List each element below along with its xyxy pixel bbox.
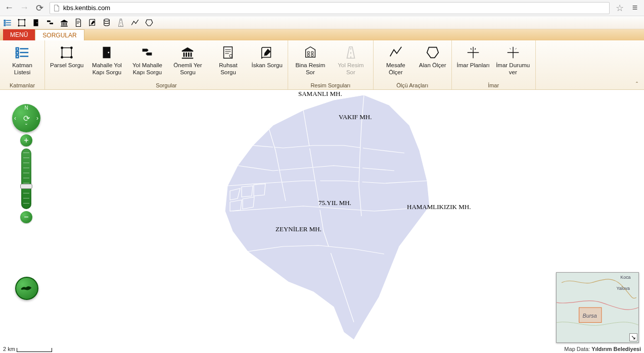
ribbon-group-sorgular: Parsel Sorgu Mahalle Yol Kapı Sorgu Yol … xyxy=(45,40,288,89)
zoom-out-button[interactable]: − xyxy=(20,211,32,223)
ribbon-item-label: Alan Ölçer xyxy=(419,62,446,69)
ribbon-item-label: Mahalle Yol Kapı Sorgu xyxy=(89,62,124,76)
road-photo-icon xyxy=(343,43,358,62)
ribbon-group-label: Resim Sorguları xyxy=(290,81,371,88)
ribbon-item-label: Bina Resim Sor xyxy=(293,62,328,76)
scale-bar: 2 km xyxy=(3,346,52,352)
attribution-source: Yıldırım Belediyesi xyxy=(591,346,641,352)
svg-point-3 xyxy=(18,25,20,26)
svg-point-1 xyxy=(18,19,20,20)
page-icon xyxy=(53,5,60,12)
zoom-slider-track[interactable] xyxy=(21,148,31,209)
ribbon-item-label: İmar Planları xyxy=(457,62,490,69)
overview-map[interactable]: Koca Yalova Bursa ↘ xyxy=(556,272,639,343)
polyline-icon[interactable] xyxy=(129,17,141,28)
svg-point-6 xyxy=(37,22,38,23)
forward-button[interactable]: → xyxy=(17,1,31,15)
ribbon-item-label: Parsel Sorgu xyxy=(50,62,83,69)
katman-listesi-button[interactable]: Katman Listesi xyxy=(2,42,42,81)
signpost-icon[interactable] xyxy=(44,17,56,28)
imar-planlari-button[interactable]: İmar Planları xyxy=(454,42,493,81)
zoom-slider-handle[interactable] xyxy=(20,184,32,189)
ribbon-group-katmanlar: Katman Listesi Katmanlar xyxy=(0,40,45,89)
database-icon[interactable] xyxy=(101,17,112,28)
ribbon-group-imar: İmar Planları İmar Durumu ver İmar xyxy=(452,40,536,89)
quick-access-toolbar xyxy=(0,16,644,29)
back-button[interactable]: ← xyxy=(2,1,16,15)
ribbon-tabs: MENÜ SORGULAR xyxy=(0,29,644,40)
svg-point-7 xyxy=(104,19,110,21)
map-label-zeyniler: ZEYNİLER MH. xyxy=(275,225,321,233)
crosshair-doc-icon xyxy=(505,43,521,62)
address-bar[interactable] xyxy=(50,2,610,14)
tab-sorgular[interactable]: SORGULAR xyxy=(35,29,84,40)
parsel-sorgu-button[interactable]: Parsel Sorgu xyxy=(47,42,86,81)
overview-label: Yalova xyxy=(616,286,630,291)
imar-durumu-button[interactable]: İmar Durumu ver xyxy=(493,42,533,81)
layer-list-icon[interactable] xyxy=(2,17,13,28)
bookmark-star-icon[interactable]: ☆ xyxy=(613,1,627,15)
building-icon xyxy=(303,43,318,62)
measure-area-icon xyxy=(425,43,440,62)
url-input[interactable] xyxy=(63,4,606,12)
mahalle-yol-kapi-button[interactable]: Mahalle Yol Kapı Sorgu xyxy=(86,42,127,81)
crosshair-icon xyxy=(466,43,481,62)
onemli-yer-button[interactable]: Önemli Yer Sorgu xyxy=(167,42,208,81)
svg-point-12 xyxy=(70,56,73,59)
overview-toggle-icon[interactable]: ↘ xyxy=(629,333,637,341)
globe-icon xyxy=(20,284,34,293)
bank-icon[interactable] xyxy=(59,17,70,28)
license-doc-icon xyxy=(220,43,236,62)
door-icon[interactable] xyxy=(30,17,41,28)
alan-olcer-button[interactable]: Alan Ölçer xyxy=(416,42,449,81)
ribbon-item-label: İskan Sorgu xyxy=(251,62,282,69)
iskan-sorgu-button[interactable]: İskan Sorgu xyxy=(248,42,285,81)
ribbon-group-label: Sorgular xyxy=(47,81,286,88)
ribbon-item-label: Katman Listesi xyxy=(5,62,39,76)
reload-button[interactable]: ⟳ xyxy=(32,1,47,15)
bina-resim-button[interactable]: Bina Resim Sor xyxy=(290,42,331,81)
svg-rect-0 xyxy=(19,20,25,26)
mesafe-olcer-button[interactable]: Mesafe Ölçer xyxy=(376,42,416,81)
map-label-hamamlikizik: HAMAMLIKIZIK MH. xyxy=(407,203,471,211)
ribbon-item-label: Önemli Yer Sorgu xyxy=(170,62,205,76)
ribbon-item-label: Yol Mahalle Kapı Sorgu xyxy=(130,62,164,76)
ribbon-collapse-icon[interactable]: ˆ xyxy=(633,81,641,88)
ribbon-group-olcu: Mesafe Ölçer Alan Ölçer Ölçü Araçları xyxy=(374,40,452,89)
map-label-samanli: SAMANLI MH. xyxy=(298,90,342,97)
yol-resim-button: Yol Resim Sor xyxy=(331,42,371,81)
ribbon-item-label: Ruhsat Sorgu xyxy=(211,62,245,76)
pan-right-icon[interactable]: › xyxy=(36,115,38,122)
yol-mahalle-kapi-button[interactable]: Yol Mahalle Kapı Sorgu xyxy=(127,42,167,81)
full-extent-button[interactable] xyxy=(15,277,38,300)
edit-book-icon[interactable] xyxy=(87,17,98,28)
road-icon[interactable] xyxy=(115,17,126,28)
map-svg: SAMANLI MH. VAKIF MH. 75.YIL MH. HAMAMLI… xyxy=(0,90,644,353)
browser-menu-icon[interactable]: ≡ xyxy=(628,1,642,15)
svg-point-10 xyxy=(70,46,73,49)
compass-control[interactable]: N ‹ › ˇ ⟳ xyxy=(12,104,40,132)
ribbon-group-label: İmar xyxy=(454,81,533,88)
ribbon-item-label: Yol Resim Sor xyxy=(334,62,368,76)
compass-reset-icon[interactable]: ⟳ xyxy=(23,114,30,123)
district-polygons xyxy=(225,95,430,340)
zoom-in-button[interactable]: + xyxy=(20,134,32,146)
ribbon-item-label: Mesafe Ölçer xyxy=(379,62,413,76)
ruhsat-sorgu-button[interactable]: Ruhsat Sorgu xyxy=(208,42,248,81)
parcel-icon[interactable] xyxy=(16,17,27,28)
book-pen-icon xyxy=(259,43,274,62)
pan-left-icon[interactable]: ‹ xyxy=(14,115,16,122)
svg-rect-5 xyxy=(34,19,38,26)
polygon-icon[interactable] xyxy=(144,17,155,28)
signpost-icon xyxy=(140,43,155,62)
document-icon[interactable] xyxy=(73,17,84,28)
overview-label: Koca xyxy=(620,275,630,280)
tab-menu[interactable]: MENÜ xyxy=(3,29,35,40)
bank-icon xyxy=(180,43,195,62)
pan-down-icon[interactable]: ˇ xyxy=(25,123,27,130)
ribbon-group-label: Ölçü Araçları xyxy=(376,81,449,88)
svg-point-14 xyxy=(108,52,110,54)
ribbon-group-label: Katmanlar xyxy=(2,81,42,88)
zoom-control: + − xyxy=(20,134,32,223)
map-canvas[interactable]: SAMANLI MH. VAKIF MH. 75.YIL MH. HAMAMLI… xyxy=(0,90,644,353)
